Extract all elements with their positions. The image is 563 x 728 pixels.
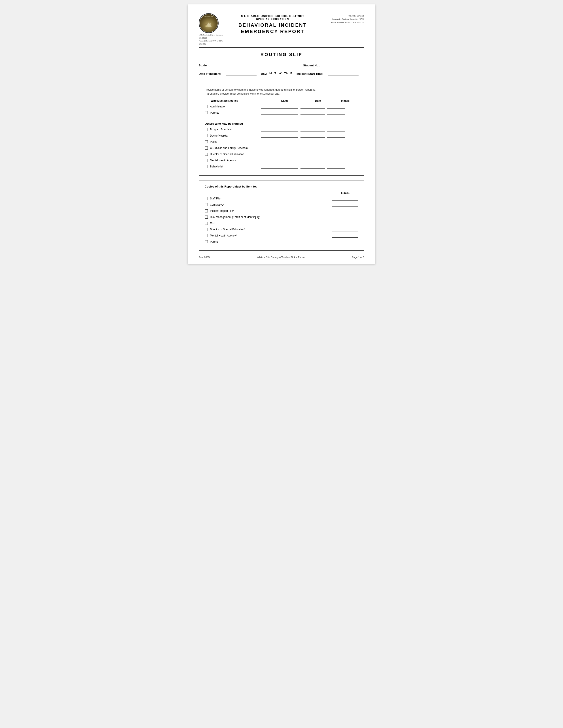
center-header: MT. DIABLO UNIFIED SCHOOL DISTRICT SPECI… [225,13,320,35]
cumulative-checkbox[interactable] [205,203,208,206]
others-header: Others Who May be Notified [205,122,358,125]
program-checkbox[interactable] [205,128,208,131]
copy-cfs-row: CFS [205,221,358,225]
cfs-checkbox[interactable] [205,146,208,150]
program-name-field[interactable] [261,128,298,131]
behaviorist-initials-field[interactable] [327,165,345,169]
notification-section: Provide name of person to whom the incid… [199,83,364,176]
copies-mha-label: Mental Health Agency* [210,234,330,238]
stafffile-label: Staff File* [210,197,330,201]
program-initials-field[interactable] [327,128,345,131]
cumulative-initials-field[interactable] [332,203,358,207]
cfs-label: CFS(Child and Family Services) [210,146,258,150]
address-block: 1936 Carlotta Drive, Concord, CA 94519 P… [199,34,225,45]
copies-initials-header: Initials [341,192,350,195]
student-no-label: Student No.: [303,64,320,67]
admin-initials-field[interactable] [327,105,345,109]
cfs-initials-field[interactable] [327,146,345,150]
notify-doctor-row: Doctor/Hospital [205,134,358,138]
police-checkbox[interactable] [205,140,208,143]
risk-checkbox[interactable] [205,216,208,219]
title-line2: EMERGENCY REPORT [225,28,320,35]
admin-checkbox[interactable] [205,105,208,108]
risk-label: Risk Management (if staff or student inj… [210,216,330,219]
incident-label: Incident Report File* [210,209,330,213]
mha-date-field[interactable] [301,158,325,162]
director-checkbox[interactable] [205,153,208,156]
program-date-field[interactable] [301,128,325,131]
copies-initials-header-row: Initials [205,192,358,195]
admin-name-field[interactable] [261,105,298,109]
address-line2: Phone (925) 682 8000 or TDD 695-1992 [199,39,225,45]
copies-mha-initials-field[interactable] [332,234,358,238]
address-line1: 1936 Carlotta Drive, Concord, CA 94519 [199,34,225,39]
district-name: MT. DIABLO UNIFIED SCHOOL DISTRICT [225,14,320,18]
notify-cfs-row: CFS(Child and Family Services) [205,146,358,150]
time-field[interactable] [328,71,359,75]
notification-intro: Provide name of person to whom the incid… [205,88,358,96]
cfs-name-field[interactable] [261,146,298,150]
police-label: Police [210,140,258,144]
copies-cfs-checkbox[interactable] [205,222,208,225]
copies-header: Copies of this Report Must be Sent to: [205,185,358,188]
incident-checkbox[interactable] [205,209,208,212]
incident-initials-field[interactable] [332,209,358,213]
police-date-field[interactable] [301,140,325,144]
student-row: Student: Student No.: [199,63,364,67]
director-label: Director of Special Education [210,153,258,156]
doctor-checkbox[interactable] [205,134,208,137]
parents-checkbox[interactable] [205,111,208,114]
behaviorist-date-field[interactable] [301,165,325,169]
logo-area: UNIFIED SCH DIABLO 1936 Carlotta Drive, … [199,13,225,45]
copy-director-row: Director of Special Education* [205,227,358,231]
director-date-field[interactable] [301,152,325,156]
mha-checkbox[interactable] [205,159,208,162]
parents-name-field[interactable] [261,111,298,115]
admin-date-field[interactable] [301,105,325,109]
time-label: Incident Start Time: [297,72,323,75]
date-label: Date of Incident: [199,72,221,75]
mha-name-field[interactable] [261,158,298,162]
parents-initials-field[interactable] [327,111,345,115]
day-Th: Th [284,72,288,75]
day-W: W [279,72,282,75]
risk-initials-field[interactable] [332,215,358,219]
col-name-header: Name [266,99,304,102]
footer-page: Page 1 of 6 [352,256,364,259]
prn-label: Parent Resource Network (925) 687 2129 [320,21,364,24]
mha-initials-field[interactable] [327,158,345,162]
special-ed-label: SPECIAL EDUCATION [225,18,320,20]
copies-mha-checkbox[interactable] [205,234,208,237]
copies-cfs-initials-field[interactable] [332,221,358,225]
copies-director-initials-field[interactable] [332,227,358,231]
copy-parent-row: Parent [205,240,358,244]
student-name-field[interactable] [215,63,299,67]
table-header: Who Must Be Notified Name Date Initials [205,99,358,102]
copies-parent-checkbox[interactable] [205,240,208,243]
police-initials-field[interactable] [327,140,345,144]
behaviorist-name-field[interactable] [261,165,298,169]
copies-director-checkbox[interactable] [205,228,208,231]
stafffile-checkbox[interactable] [205,197,208,200]
cfs-date-field[interactable] [301,146,325,150]
behaviorist-checkbox[interactable] [205,165,208,168]
director-initials-field[interactable] [327,152,345,156]
doctor-date-field[interactable] [301,134,325,138]
police-name-field[interactable] [261,140,298,144]
copy-stafffile-row: Staff File* [205,197,358,201]
copies-section: Copies of this Report Must be Sent to: I… [199,180,364,251]
right-header: FAX (925) 687 3139 Community Advisory Co… [320,13,364,24]
doctor-name-field[interactable] [261,134,298,138]
parents-date-field[interactable] [301,111,325,115]
date-field[interactable] [226,71,256,75]
student-no-field[interactable] [325,63,364,67]
director-name-field[interactable] [261,152,298,156]
doctor-initials-field[interactable] [327,134,345,138]
notify-police-row: Police [205,140,358,144]
mha-label: Mental Health Agency [210,159,258,162]
footer-rev: Rev. 09/04 [199,256,210,259]
day-M: M [269,72,272,75]
date-row: Date of Incident: Day: M T W Th F Incide… [199,71,364,75]
cac-label: Community Advisory Committee (CAC) [320,17,364,21]
stafffile-initials-field[interactable] [332,197,358,201]
